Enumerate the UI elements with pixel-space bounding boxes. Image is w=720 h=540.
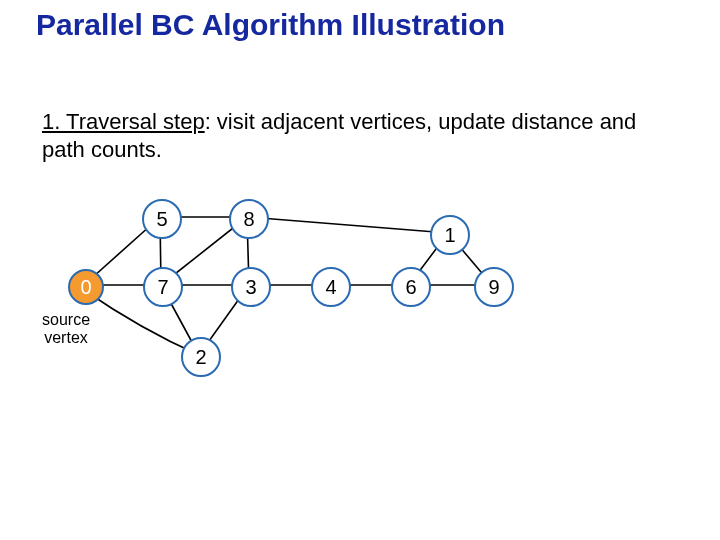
step-label: 1. Traversal step [42, 109, 205, 134]
node-1: 1 [430, 215, 470, 255]
node-4: 4 [311, 267, 351, 307]
node-3: 3 [231, 267, 271, 307]
node-6: 6 [391, 267, 431, 307]
source-label-line1: source [42, 311, 90, 328]
node-8: 8 [229, 199, 269, 239]
source-label-line2: vertex [44, 329, 88, 346]
node-5: 5 [142, 199, 182, 239]
node-7: 7 [143, 267, 183, 307]
node-9: 9 [474, 267, 514, 307]
svg-line-9 [247, 217, 448, 233]
graph-diagram: 0 5 7 2 8 3 4 6 1 9 source vertex [42, 175, 602, 435]
page-title: Parallel BC Algorithm Illustration [36, 8, 505, 42]
node-0-source: 0 [68, 269, 104, 305]
step-description: 1. Traversal step: visit adjacent vertic… [42, 108, 672, 163]
source-vertex-label: source vertex [42, 311, 90, 346]
node-2: 2 [181, 337, 221, 377]
